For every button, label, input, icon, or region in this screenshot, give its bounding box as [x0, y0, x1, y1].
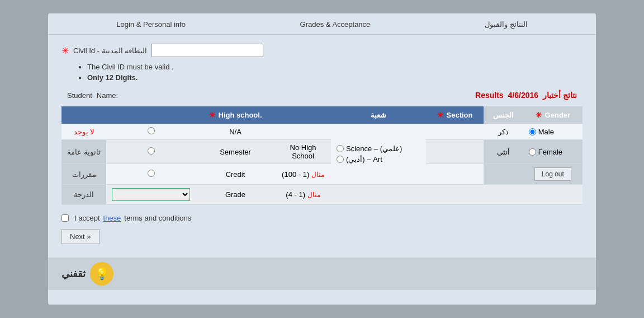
table-row-grade: الدرجة Grade مثال (1 - 4)	[61, 185, 583, 205]
tab-results-arabic[interactable]: النتائج والقبول	[485, 20, 528, 29]
row-grade-label: الدرجة	[61, 185, 106, 205]
row-grade-example: مثال (1 - 4)	[275, 185, 331, 205]
logo-icon: 💡	[90, 262, 113, 286]
civil-id-label: Civil Id - البطاقه المدنية	[73, 46, 147, 55]
main-container: Login & Personal info Grades & Acceptanc…	[48, 13, 596, 305]
data-table: ✳ High school. شعبة ✳ Section	[61, 106, 583, 205]
row-semester-radio[interactable]	[106, 140, 196, 164]
terms-post-text: terms and conditions	[124, 214, 191, 222]
th-section: ✳ Section	[426, 106, 484, 124]
row-semester-jins: أنثى	[484, 140, 523, 164]
logo-text-arabic: ثقفني	[61, 268, 86, 280]
th-shuba: شعبة	[331, 106, 426, 124]
row-semester-section	[426, 140, 484, 164]
row-semester-gender[interactable]: Female	[523, 140, 583, 164]
student-name-row: Student Name: Results 4/6/2016 نتائج أخت…	[61, 91, 583, 100]
row-na-gender[interactable]: Male	[523, 124, 583, 140]
grade-select[interactable]	[112, 188, 190, 201]
student-name-left: Student Name:	[67, 91, 118, 100]
gender-female-option[interactable]: Female	[529, 148, 562, 156]
results-label: Results	[475, 91, 504, 100]
row-na-value: N/A	[196, 124, 275, 140]
row-semester-value: Semester	[196, 140, 275, 164]
table-row-semester: ثانوية عامة Semester No High School أنثى	[61, 140, 583, 164]
row-na-section	[426, 124, 484, 140]
civil-id-input[interactable]	[151, 44, 263, 57]
results-date: 4/6/2016	[508, 91, 539, 100]
th-empty-3	[275, 106, 331, 124]
validation-rule-1: The Civil ID must be valid .	[78, 63, 583, 71]
row-semester-label: ثانوية عامة	[61, 140, 106, 164]
tab-login-personal[interactable]: Login & Personal info	[116, 20, 186, 29]
footer-area: ثقفني 💡	[48, 258, 596, 290]
name-label: Name:	[97, 91, 118, 100]
section-cell: Science – (علمي) Art – (أدبي)	[331, 124, 426, 185]
results-right: Results 4/6/2016 نتائج أختبار	[475, 91, 577, 100]
th-empty-2	[106, 106, 196, 124]
table-row-credit: مقررات Credit مثال (1 - 100) Log out	[61, 164, 583, 185]
row-na-jins: ذكر	[484, 124, 523, 140]
row-na-label: لا يوجد	[61, 124, 106, 140]
terms-pre-text: I accept	[74, 214, 100, 222]
table-row-na: لا يوجد N/A Science – (علمي)	[61, 124, 583, 140]
content-area: ✳ Civil Id - البطاقه المدنية The Civil I…	[48, 35, 596, 253]
log-out-button[interactable]: Log out	[534, 167, 571, 181]
row-grade-select-cell[interactable]	[106, 185, 196, 205]
row-grade-empty3	[523, 185, 583, 205]
row-credit-value: Credit	[196, 164, 275, 185]
civil-id-row: ✳ Civil Id - البطاقه المدنية	[61, 44, 583, 57]
student-label: Student	[67, 91, 92, 100]
row-credit-section	[426, 164, 484, 185]
row-grade-section	[331, 185, 426, 205]
nav-tabs: Login & Personal info Grades & Acceptanc…	[48, 13, 596, 35]
validation-list: The Civil ID must be valid . Only 12 Dig…	[78, 63, 583, 82]
row-na-empty	[275, 124, 331, 140]
row-grade-empty2	[484, 185, 523, 205]
validation-rule-2: Only 12 Digits.	[78, 73, 583, 82]
row-semester-extra: No High School	[275, 140, 331, 164]
gender-male-option[interactable]: Male	[529, 128, 554, 136]
required-star: ✳	[61, 45, 69, 56]
row-grade-empty1	[426, 185, 484, 205]
section-art-option[interactable]: Art – (أدبي)	[337, 155, 382, 163]
th-empty-1	[61, 106, 106, 124]
next-button[interactable]: Next »	[61, 229, 100, 244]
results-arabic: نتائج أختبار	[543, 91, 577, 100]
terms-link[interactable]: these	[103, 214, 121, 222]
terms-checkbox[interactable]	[61, 214, 69, 222]
footer-logo: ثقفني 💡	[61, 262, 113, 286]
terms-row: I accept these terms and conditions	[61, 214, 583, 222]
row-grade-value: Grade	[196, 185, 275, 205]
th-jins: الجنس	[484, 106, 523, 124]
section-science-option[interactable]: Science – (علمي)	[337, 144, 402, 153]
row-na-radio[interactable]	[106, 124, 196, 140]
row-credit-label: مقررات	[61, 164, 106, 185]
row-credit-jins	[484, 164, 523, 185]
th-gender: ✳ Gender	[523, 106, 583, 124]
tab-grades-acceptance[interactable]: Grades & Acceptance	[300, 20, 371, 29]
th-high-school: ✳ High school.	[196, 106, 275, 124]
row-credit-radio[interactable]	[106, 164, 196, 185]
row-credit-example: مثال (1 - 100)	[275, 164, 331, 185]
row-credit-logout[interactable]: Log out	[523, 164, 583, 185]
